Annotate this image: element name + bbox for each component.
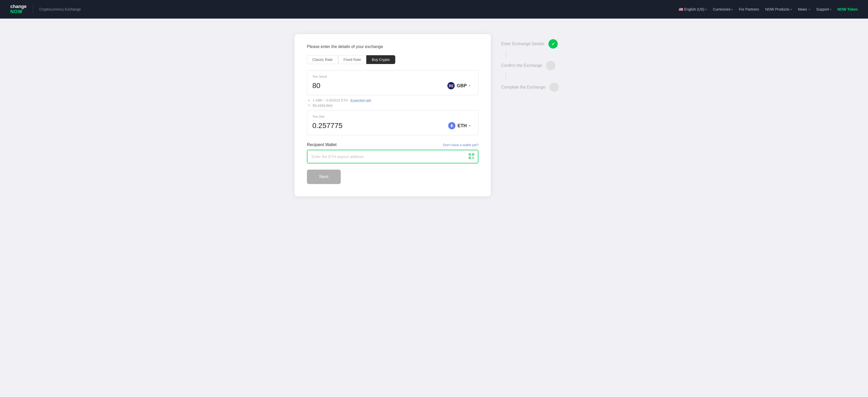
qr-code-icon[interactable] [469, 153, 474, 160]
svg-rect-5 [469, 154, 470, 155]
step-confirm: Confirm the Exchange [501, 61, 574, 70]
send-label: You Send [312, 75, 473, 78]
step-2-circle [546, 61, 555, 70]
svg-rect-12 [472, 158, 473, 159]
wallet-link[interactable]: Don't have a wallet yet? [443, 143, 478, 147]
send-currency-selector[interactable]: 🇬🇧 GBP ▾ [445, 80, 473, 91]
get-label: You Get [312, 114, 473, 119]
news-label: News [798, 7, 807, 11]
step-1-check: ✓ [552, 41, 555, 46]
address-input-wrapper [307, 150, 478, 163]
svg-marker-0 [452, 124, 453, 126]
next-button[interactable]: Next [307, 170, 341, 184]
currencies-chevron: ▾ [731, 8, 733, 11]
svg-marker-1 [451, 124, 452, 126]
recipient-section: Recipient Wallet Don't have a wallet yet… [307, 142, 478, 163]
step-1-circle: ✓ [549, 39, 558, 48]
get-currency-selector[interactable]: ETH ▾ [445, 121, 473, 131]
nav-currencies[interactable]: Currencies ▾ [713, 7, 733, 11]
step-3-circle [550, 82, 559, 92]
recipient-header: Recipient Wallet Don't have a wallet yet… [307, 142, 478, 147]
step-complete: Complete the Exchange [501, 82, 574, 92]
step-enter-details: Enter Exchange Details ✓ [501, 39, 574, 48]
get-currency-chevron: ▾ [469, 124, 470, 128]
products-label: NOW Products [765, 7, 789, 11]
send-currency-name: GBP [457, 83, 467, 89]
language-label: English (US) [684, 7, 705, 11]
svg-marker-3 [451, 126, 452, 128]
header-nav: 🇺🇸 English (US) ▾ Currencies ▾ For Partn… [679, 7, 858, 11]
nav-partners[interactable]: For Partners [739, 7, 759, 11]
svg-rect-7 [473, 154, 473, 155]
eth-icon [448, 122, 456, 129]
connector-1 [505, 51, 506, 58]
you-get-box: You Get ETH ▾ [307, 110, 478, 135]
products-chevron: ▾ [790, 8, 792, 11]
external-link-icon: ↗ [808, 8, 810, 11]
send-row: 🇬🇧 GBP ▾ [312, 80, 473, 91]
flag-icon: 🇺🇸 [679, 7, 683, 11]
gbp-flag-icon: 🇬🇧 [447, 82, 455, 89]
rate-dot [308, 99, 310, 101]
nav-news[interactable]: News ↗ [798, 7, 810, 11]
tab-classic[interactable]: Classic Rate [307, 55, 338, 64]
nav-products[interactable]: NOW Products ▾ [765, 7, 792, 11]
header-subtitle: Cryptocurrency Exchange [39, 7, 81, 11]
svg-rect-14 [473, 158, 474, 159]
main-container: Please enter the details of your exchang… [0, 19, 868, 397]
rate-row: 1 GBP ~ 0.003222 ETH Expected rate [308, 98, 477, 102]
partners-label: For Partners [739, 7, 759, 11]
no-fees-text[interactable]: No extra fees [313, 103, 333, 107]
nav-now-token[interactable]: NOW Token [838, 7, 858, 11]
support-chevron: ▾ [830, 8, 831, 11]
language-chevron: ▾ [706, 8, 707, 11]
no-fees-row: No extra fees [308, 103, 477, 107]
exchange-card: Please enter the details of your exchang… [294, 34, 491, 196]
rate-text: 1 GBP ~ 0.003222 ETH [313, 98, 348, 102]
logo: change NOW [10, 4, 27, 14]
tab-fixed[interactable]: Fixed Rate [338, 55, 367, 64]
expected-rate-link[interactable]: Expected rate [350, 98, 371, 102]
tabs: Classic Rate Fixed Rate Buy Crypto [307, 55, 478, 64]
svg-rect-9 [469, 158, 470, 158]
send-currency-chevron: ▾ [469, 84, 470, 88]
get-amount-input[interactable] [312, 122, 409, 130]
now-token-label: NOW Token [838, 7, 858, 11]
send-amount-input[interactable] [312, 81, 409, 90]
steps-sidebar: Enter Exchange Details ✓ Confirm the Exc… [501, 34, 574, 102]
logo-change: change [10, 4, 27, 9]
rate-info: 1 GBP ~ 0.003222 ETH Expected rate No ex… [307, 95, 478, 110]
step-1-label: Enter Exchange Details [501, 41, 544, 46]
header-divider [33, 5, 33, 13]
get-currency-name: ETH [458, 123, 467, 129]
logo-area: change NOW Cryptocurrency Exchange [10, 4, 81, 14]
step-2-label: Confirm the Exchange [501, 63, 542, 68]
tab-buy-crypto[interactable]: Buy Crypto [366, 55, 395, 64]
currencies-label: Currencies [713, 7, 731, 11]
svg-rect-10 [472, 157, 473, 158]
no-fees-dot [308, 104, 310, 106]
card-title: Please enter the details of your exchang… [307, 44, 478, 49]
connector-2 [505, 72, 506, 80]
support-label: Support [816, 7, 829, 11]
svg-rect-11 [473, 157, 474, 158]
recipient-label: Recipient Wallet [307, 142, 337, 147]
nav-support[interactable]: Support ▾ [816, 7, 831, 11]
you-send-box: You Send 🇬🇧 GBP ▾ [307, 70, 478, 95]
step-3-label: Complete the Exchange [501, 85, 545, 90]
address-input[interactable] [307, 150, 478, 163]
svg-rect-13 [473, 158, 473, 158]
get-row: ETH ▾ [312, 121, 473, 131]
svg-marker-2 [452, 126, 453, 128]
nav-language[interactable]: 🇺🇸 English (US) ▾ [679, 7, 707, 11]
logo-now: NOW [10, 9, 27, 14]
header: change NOW Cryptocurrency Exchange 🇺🇸 En… [0, 0, 868, 19]
